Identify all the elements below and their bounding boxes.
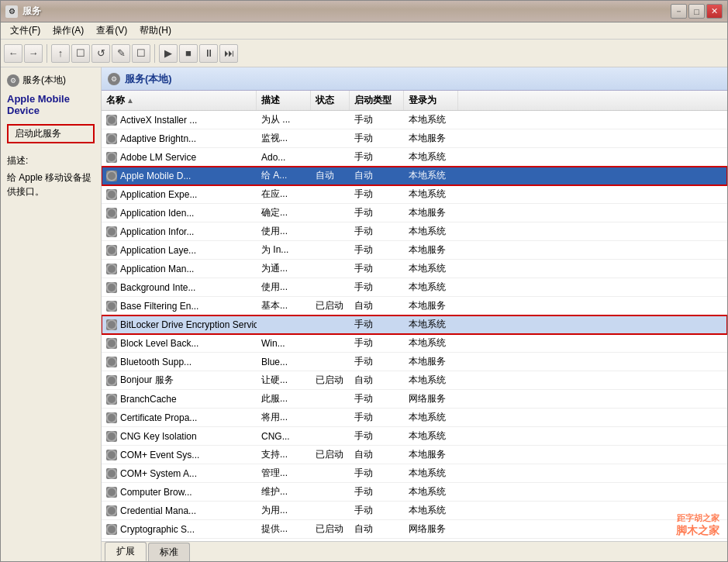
- cell-desc: 维护...: [257, 483, 311, 501]
- right-panel: ⚙ 服务(本地) 名称 ▲ 描述 状态 启动类型 登录为: [102, 67, 727, 561]
- menu-action[interactable]: 操作(A): [47, 22, 90, 39]
- table-row[interactable]: COM+ System A... 管理... 手动 本地系统: [102, 464, 727, 483]
- cell-status: [311, 260, 350, 278]
- cell-status: [311, 427, 350, 445]
- cell-login: 网络服务: [404, 520, 458, 538]
- cell-desc: 在应...: [257, 185, 311, 203]
- cell-name: Apple Mobile D...: [102, 167, 257, 184]
- tab-standard[interactable]: 标准: [148, 543, 190, 561]
- table-row[interactable]: COM+ Event Sys... 支持... 已启动 自动 本地服务: [102, 446, 727, 464]
- cell-desc: 确定...: [257, 204, 311, 222]
- col-desc[interactable]: 描述: [257, 91, 311, 110]
- up-button[interactable]: ↑: [51, 44, 70, 63]
- cell-status: [311, 483, 350, 501]
- cell-startup: 自动: [350, 520, 404, 538]
- table-row[interactable]: Application Expe... 在应... 手动 本地系统: [102, 185, 727, 204]
- cell-startup: 手动: [350, 409, 404, 426]
- apple-mobile-device-row[interactable]: Apple Mobile D... 给 A... 自动 自动 本地系统: [102, 167, 727, 185]
- main-window: ⚙ 服务 － □ ✕ 文件(F) 操作(A) 查看(V) 帮助(H) ← → ↑…: [0, 0, 728, 562]
- refresh-button[interactable]: ↺: [91, 44, 110, 63]
- table-row[interactable]: Cryptographic S... 提供... 已启动 自动 网络服务: [102, 520, 727, 539]
- cell-login: 网络服务: [404, 390, 458, 408]
- toolbar: ← → ↑ ☐ ↺ ✎ ☐ ▶ ■ ⏸ ⏭: [1, 40, 727, 67]
- close-button[interactable]: ✕: [706, 4, 723, 19]
- bitlocker-row[interactable]: BitLocker Drive Encryption Service 手动 本地…: [102, 315, 727, 334]
- title-buttons: － □ ✕: [671, 4, 723, 19]
- cell-name: Adaptive Brightn...: [102, 129, 257, 147]
- left-panel: ⚙ 服务(本地) Apple Mobile Device 启动此服务 描述: 给…: [1, 67, 102, 561]
- service-icon: [106, 431, 117, 442]
- table-row[interactable]: ActiveX Installer ... 为从 ... 手动 本地系统: [102, 111, 727, 129]
- cell-startup: 手动: [350, 390, 404, 408]
- table-row[interactable]: Application Laye... 为 In... 手动 本地服务: [102, 241, 727, 260]
- table-row[interactable]: Computer Brow... 维护... 手动 本地系统: [102, 483, 727, 502]
- service-icon: [106, 375, 117, 386]
- menu-view[interactable]: 查看(V): [90, 22, 133, 39]
- cell-desc: Ado...: [257, 148, 311, 166]
- export-button[interactable]: ✎: [112, 44, 130, 63]
- table-row[interactable]: Bonjour 服务 让硬... 已启动 自动 本地系统: [102, 371, 727, 390]
- properties-button[interactable]: ☐: [132, 44, 150, 63]
- cell-desc: 监视...: [257, 129, 311, 147]
- table-row[interactable]: Background Inte... 使用... 手动 本地系统: [102, 278, 727, 297]
- cell-startup: 手动: [350, 148, 404, 166]
- cell-name: Application Iden...: [102, 204, 257, 222]
- cell-startup: 手动: [350, 427, 404, 445]
- separator-2: [154, 44, 155, 63]
- cell-login: 本地系统: [404, 483, 458, 501]
- cell-startup: 自动: [350, 446, 404, 464]
- cell-name: COM+ System A...: [102, 464, 257, 482]
- col-startup[interactable]: 启动类型: [350, 91, 404, 110]
- table-row[interactable]: Bluetooth Supp... Blue... 手动 本地服务: [102, 353, 727, 371]
- cell-name: Application Expe...: [102, 185, 257, 203]
- table-row[interactable]: Credential Mana... 为用... 手动 本地系统: [102, 502, 727, 520]
- stop-button[interactable]: ■: [179, 44, 198, 63]
- cell-login: 本地系统: [404, 334, 458, 352]
- service-table[interactable]: 名称 ▲ 描述 状态 启动类型 登录为 ActiveX Installer ..…: [102, 91, 727, 541]
- cell-status: [311, 129, 350, 147]
- menu-file[interactable]: 文件(F): [4, 22, 47, 39]
- service-icon: [106, 524, 117, 535]
- maximize-button[interactable]: □: [688, 4, 705, 19]
- table-row[interactable]: Application Infor... 使用... 手动 本地系统: [102, 222, 727, 241]
- table-row[interactable]: Base Filtering En... 基本... 已启动 自动 本地服务: [102, 297, 727, 315]
- pause-button[interactable]: ⏸: [199, 44, 218, 63]
- table-row[interactable]: Adobe LM Service Ado... 手动 本地系统: [102, 148, 727, 167]
- table-row[interactable]: Application Man... 为通... 手动 本地系统: [102, 260, 727, 278]
- play-button[interactable]: ▶: [159, 44, 178, 63]
- restart-button[interactable]: ⏭: [219, 44, 238, 63]
- table-row[interactable]: Certificate Propa... 将用... 手动 本地系统: [102, 409, 727, 427]
- cell-name: Block Level Back...: [102, 334, 257, 352]
- table-row[interactable]: BranchCache 此服... 手动 网络服务: [102, 390, 727, 409]
- table-row[interactable]: Adaptive Brightn... 监视... 手动 本地服务: [102, 129, 727, 148]
- forward-button[interactable]: →: [24, 44, 43, 63]
- cell-name: BranchCache: [102, 390, 257, 408]
- show-hide-button[interactable]: ☐: [71, 44, 90, 63]
- table-row[interactable]: Block Level Back... Win... 手动 本地系统: [102, 334, 727, 353]
- cell-login: 本地系统: [404, 409, 458, 426]
- menu-bar: 文件(F) 操作(A) 查看(V) 帮助(H): [1, 22, 727, 40]
- service-icon: [106, 208, 117, 219]
- cell-startup: 手动: [350, 129, 404, 147]
- cell-status: [311, 148, 350, 166]
- service-icon: [106, 450, 117, 460]
- cell-startup: 手动: [350, 241, 404, 259]
- cell-login: 本地系统: [404, 502, 458, 519]
- cell-startup: 手动: [350, 111, 404, 129]
- cell-desc: 让硬...: [257, 371, 311, 389]
- cell-name: Cryptographic S...: [102, 520, 257, 538]
- col-login[interactable]: 登录为: [404, 91, 458, 110]
- menu-help[interactable]: 帮助(H): [133, 22, 178, 39]
- service-icon: [106, 282, 117, 293]
- minimize-button[interactable]: －: [671, 4, 687, 19]
- back-button[interactable]: ←: [4, 44, 22, 63]
- col-name[interactable]: 名称 ▲: [102, 91, 257, 110]
- cell-status: [311, 222, 350, 240]
- start-service-button[interactable]: 启动此服务: [7, 124, 95, 143]
- table-row[interactable]: Application Iden... 确定... 手动 本地服务: [102, 204, 727, 222]
- cell-desc: [257, 315, 311, 333]
- col-status[interactable]: 状态: [311, 91, 350, 110]
- tab-extended[interactable]: 扩展: [105, 542, 147, 561]
- table-row[interactable]: CNG Key Isolation CNG... 手动 本地系统: [102, 427, 727, 446]
- cell-desc: 将用...: [257, 409, 311, 426]
